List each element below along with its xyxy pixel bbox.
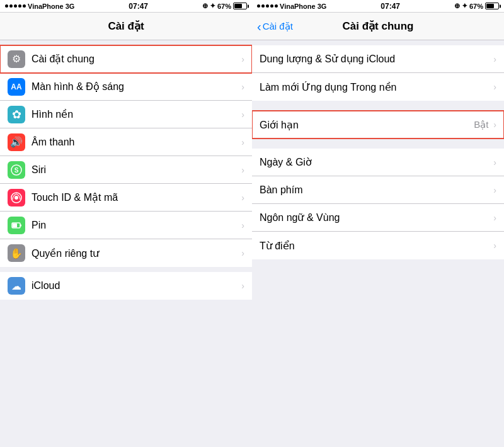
back-button[interactable]: ‹ Cài đặt — [257, 20, 293, 33]
battery-icon — [233, 3, 247, 9]
item-label-gioi-han: Giới hạn — [260, 119, 474, 131]
carrier-label-right: VinaPhone — [280, 3, 316, 10]
chevron-icon: › — [241, 110, 244, 120]
gioi-han-value: Bật — [474, 119, 488, 130]
settings-item-quyen-rieng-tu[interactable]: ✋ Quyền riêng tư › — [0, 239, 252, 267]
item-label-hinh-nen: Hình nền — [32, 108, 239, 120]
network-label: 3G — [66, 3, 75, 10]
group-spacer-2 — [252, 139, 504, 144]
signal-icon — [5, 4, 26, 8]
display-icon: AA — [8, 78, 25, 96]
chevron-icon: › — [493, 240, 496, 251]
time-label: 07:47 — [129, 2, 148, 11]
item-label-ban-phim: Bàn phím — [260, 184, 491, 196]
right-panel: ‹ Cài đặt Cài đặt chung Dung lượng & Sử … — [252, 13, 504, 447]
left-panel: Cài đặt ⚙ Cài đặt chung › AA Màn hình & … — [0, 13, 252, 447]
chevron-icon: › — [241, 248, 244, 258]
item-label-lam-moi: Làm mới Ứng dụng Trong nền — [260, 81, 491, 93]
battery-icon-right — [485, 3, 499, 9]
chevron-icon: › — [241, 137, 244, 147]
chevron-icon: › — [493, 54, 496, 64]
settings-item-gioi-han[interactable]: Giới hạn Bật › — [252, 111, 504, 139]
settings-item-man-hinh[interactable]: AA Màn hình & Độ sáng › — [0, 73, 252, 101]
chevron-icon: › — [241, 193, 244, 203]
battery-label-right: 67% — [469, 3, 483, 10]
right-status-bar: VinaPhone 3G 07:47 ⊕ ✦ 67% — [252, 0, 504, 13]
bluetooth-icon: ✦ — [210, 2, 215, 10]
item-label-icloud: iCloud — [32, 280, 239, 291]
left-nav-title: Cài đặt — [108, 20, 144, 33]
chevron-icon: › — [241, 281, 244, 291]
siri-icon: S — [8, 161, 25, 179]
battery-label: 67% — [217, 3, 231, 10]
svg-text:S: S — [14, 167, 19, 174]
item-label-siri: Siri — [32, 164, 239, 176]
settings-item-tu-dien[interactable]: Từ điển › — [252, 232, 504, 259]
network-label-right: 3G — [318, 3, 327, 10]
right-panel-content: Dung lượng & Sử dụng iCloud › Làm mới Ứn… — [252, 40, 504, 447]
settings-item-icloud[interactable]: ☁ iCloud › — [0, 272, 252, 300]
group-spacer — [252, 101, 504, 106]
wallpaper-icon: ✿ — [8, 106, 25, 123]
item-label-ngon-ngu: Ngôn ngữ & Vùng — [260, 212, 491, 224]
item-label-dung-luong: Dung lượng & Sử dụng iCloud — [260, 53, 491, 65]
settings-item-siri[interactable]: S Siri › — [0, 156, 252, 184]
chevron-icon: › — [493, 157, 496, 167]
item-label-ngay-gio: Ngày & Giờ — [260, 156, 491, 168]
settings-item-touch-id[interactable]: Touch ID & Mật mã › — [0, 184, 252, 212]
chevron-icon: › — [241, 220, 244, 230]
settings-item-cai-dat-chung[interactable]: ⚙ Cài đặt chung › — [0, 45, 252, 73]
chevron-icon: › — [241, 165, 244, 175]
battery-settings-icon — [8, 217, 25, 234]
settings-item-am-thanh[interactable]: 🔊 Âm thanh › — [0, 128, 252, 156]
icloud-icon: ☁ — [8, 277, 25, 295]
settings-item-hinh-nen[interactable]: ✿ Hình nền › — [0, 101, 252, 128]
right-list-group-3: Ngày & Giờ › Bàn phím › Ngôn ngữ & Vùng … — [252, 149, 504, 259]
right-nav-bar: ‹ Cài đặt Cài đặt chung — [252, 13, 504, 40]
left-list-group: ⚙ Cài đặt chung › AA Màn hình & Độ sáng … — [0, 45, 252, 267]
settings-item-ngon-ngu[interactable]: Ngôn ngữ & Vùng › — [252, 204, 504, 232]
gear-icon: ⚙ — [8, 50, 25, 68]
chevron-icon: › — [241, 82, 244, 92]
privacy-icon: ✋ — [8, 244, 25, 262]
signal-right-icon: ⊕ — [202, 2, 208, 10]
back-arrow-icon: ‹ — [257, 20, 261, 33]
right-nav-title: Cài đặt chung — [343, 20, 414, 33]
time-label-right: 07:47 — [381, 2, 400, 11]
item-label-am-thanh: Âm thanh — [32, 137, 239, 148]
left-nav-bar: Cài đặt — [0, 13, 252, 40]
settings-item-dung-luong[interactable]: Dung lượng & Sử dụng iCloud › — [252, 45, 504, 73]
signal-right-icon-r: ⊕ — [454, 2, 460, 10]
touchid-icon — [8, 189, 25, 207]
item-label-man-hinh: Màn hình & Độ sáng — [32, 81, 239, 93]
item-label-quyen-rieng-tu: Quyền riêng tư — [32, 247, 239, 259]
item-label-touch-id: Touch ID & Mật mã — [32, 191, 239, 203]
item-label-cai-dat-chung: Cài đặt chung — [32, 53, 239, 65]
chevron-icon: › — [493, 213, 496, 223]
signal-icon-right — [257, 4, 278, 8]
chevron-icon: › — [241, 54, 244, 64]
right-list-group-1: Dung lượng & Sử dụng iCloud › Làm mới Ứn… — [252, 45, 504, 101]
svg-rect-5 — [13, 224, 17, 227]
back-label: Cài đặt — [263, 21, 293, 32]
settings-item-lam-moi[interactable]: Làm mới Ứng dụng Trong nền › — [252, 73, 504, 101]
settings-item-pin[interactable]: Pin › — [0, 212, 252, 239]
chevron-icon: › — [493, 120, 496, 130]
chevron-icon: › — [493, 185, 496, 195]
chevron-icon: › — [493, 82, 496, 92]
svg-point-3 — [14, 196, 18, 200]
bluetooth-icon-r: ✦ — [462, 2, 467, 10]
left-panel-content: ⚙ Cài đặt chung › AA Màn hình & Độ sáng … — [0, 40, 252, 447]
sound-icon: 🔊 — [8, 133, 25, 151]
right-list-group-2: Giới hạn Bật › — [252, 111, 504, 139]
item-label-tu-dien: Từ điển — [260, 240, 491, 252]
carrier-label: VinaPhone — [28, 3, 64, 10]
settings-item-ban-phim[interactable]: Bàn phím › — [252, 176, 504, 204]
settings-item-ngay-gio[interactable]: Ngày & Giờ › — [252, 149, 504, 176]
item-label-pin: Pin — [32, 220, 239, 231]
left-status-bar: VinaPhone 3G 07:47 ⊕ ✦ 67% — [0, 0, 252, 13]
svg-rect-6 — [20, 224, 21, 226]
left-list-group-2: ☁ iCloud › — [0, 272, 252, 300]
